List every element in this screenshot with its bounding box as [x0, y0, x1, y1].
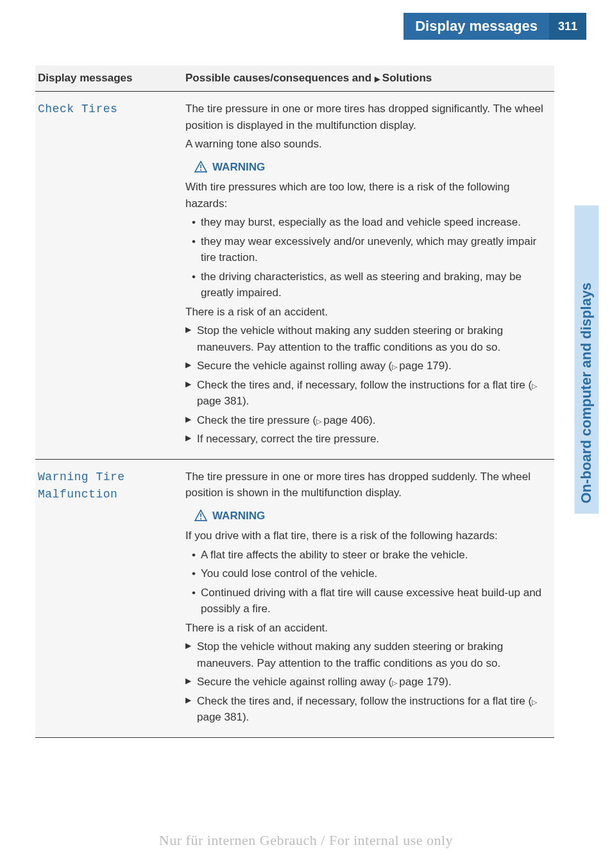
action-text: Check the tires and, if necessary, follo… — [197, 379, 532, 391]
list-item: A flat tire affects the ability to steer… — [192, 547, 549, 563]
action-item: Stop the vehicle without making any sudd… — [185, 322, 549, 355]
section-tab-label: On-board computer and displays — [574, 206, 599, 514]
action-text: Secure the vehicle against rolling away … — [197, 676, 392, 688]
risk-text: There is a risk of an accident. — [185, 304, 549, 321]
list-item: they may burst, especially as the load a… — [192, 214, 549, 231]
action-text: Check the tires and, if necessary, follo… — [197, 695, 532, 707]
action-tail: ). — [445, 360, 451, 372]
warning-heading: WARNING — [194, 159, 549, 176]
page-title: Display messages — [404, 13, 549, 40]
action-text: Secure the vehicle against rolling away … — [197, 360, 392, 372]
table-row: Check Tires The tire pressure in one or … — [35, 92, 554, 460]
list-item: Continued driving with a flat tire will … — [192, 585, 549, 617]
action-item: Check the tires and, if necessary, follo… — [185, 693, 549, 726]
column-header-solutions-suffix: Solutions — [382, 72, 432, 84]
intro-text: A warning tone also sounds. — [185, 136, 549, 153]
column-header-messages: Display messages — [35, 65, 183, 92]
intro-text: The tire pressure in one or more tires h… — [185, 469, 549, 501]
page-reference: page 179 — [392, 360, 445, 372]
arrow-icon — [375, 72, 382, 84]
column-header-solutions-prefix: Possible causes/consequences and — [185, 72, 375, 84]
action-tail: ). — [242, 711, 249, 723]
warning-triangle-icon — [194, 510, 207, 521]
list-item: You could lose control of the vehicle. — [192, 565, 549, 582]
warning-triangle-icon — [194, 161, 207, 172]
messages-table: Display messages Possible causes/consequ… — [35, 65, 554, 738]
hazard-list: they may burst, especially as the load a… — [192, 214, 549, 301]
page-header: Display messages 311 — [0, 13, 612, 40]
content-area: Display messages Possible causes/consequ… — [35, 65, 554, 738]
action-item: Check the tires and, if necessary, follo… — [185, 377, 549, 410]
risk-text: There is a risk of an accident. — [185, 620, 549, 637]
action-item: Stop the vehicle without making any sudd… — [185, 638, 549, 671]
table-row: Warning Tire Malfunction The tire pressu… — [35, 459, 554, 737]
display-message-cell: Warning Tire Malfunction — [35, 459, 183, 737]
action-item: If necessary, correct the tire pressure. — [185, 431, 549, 447]
page-reference: page 406 — [316, 414, 369, 426]
warning-heading: WARNING — [194, 508, 549, 524]
svg-point-1 — [200, 170, 201, 171]
hazard-list: A flat tire affects the ability to steer… — [192, 547, 549, 617]
list-item: the driving characteristics, as well as … — [192, 269, 549, 301]
warning-label: WARNING — [212, 508, 265, 524]
action-tail: ). — [242, 395, 249, 407]
action-text: Check the tire pressure ( — [197, 414, 316, 426]
solution-cell: The tire pressure in one or more tires h… — [183, 92, 554, 460]
svg-point-3 — [200, 519, 201, 520]
solution-cell: The tire pressure in one or more tires h… — [183, 459, 554, 737]
footer-watermark: Nur für internen Gebrauch / For internal… — [0, 832, 612, 849]
list-item: they may wear excessively and/or unevenl… — [192, 233, 549, 266]
warning-label: WARNING — [212, 159, 265, 176]
warning-intro: With tire pressures which are too low, t… — [185, 179, 549, 212]
section-tab: On-board computer and displays — [574, 58, 599, 372]
action-tail: ). — [369, 414, 375, 426]
action-item: Secure the vehicle against rolling away … — [185, 674, 549, 690]
action-tail: ). — [445, 676, 451, 688]
warning-intro: If you drive with a flat tire, there is … — [185, 528, 549, 544]
action-item: Check the tire pressure (page 406). — [185, 412, 549, 429]
action-item: Secure the vehicle against rolling away … — [185, 358, 549, 374]
intro-text: The tire pressure in one or more tires h… — [185, 101, 549, 133]
page-reference: page 179 — [392, 676, 445, 688]
display-message-cell: Check Tires — [35, 92, 183, 460]
page-number: 311 — [549, 13, 586, 40]
column-header-solutions: Possible causes/consequences and Solutio… — [183, 65, 554, 92]
